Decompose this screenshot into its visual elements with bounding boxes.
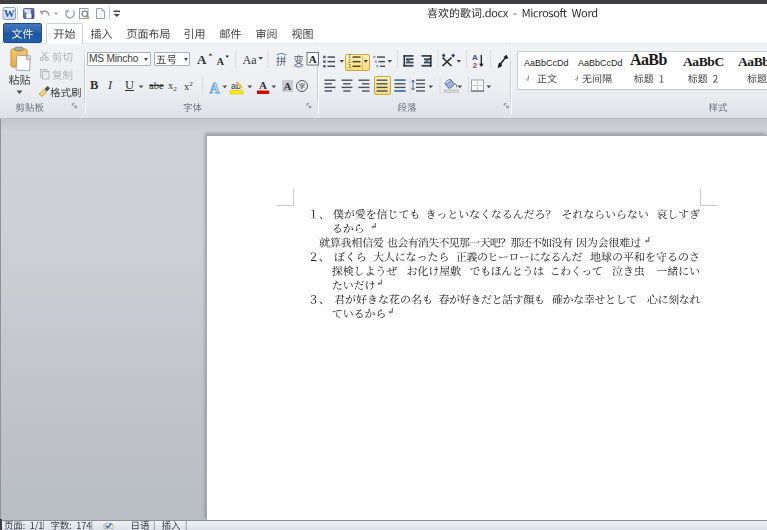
- svg-text:A: A: [259, 79, 267, 91]
- svg-text:W: W: [4, 7, 15, 19]
- svg-text:A: A: [284, 80, 292, 92]
- svg-text:2: 2: [473, 61, 478, 70]
- svg-text:3: 3: [348, 64, 351, 69]
- svg-text:A: A: [309, 53, 317, 65]
- svg-text:A: A: [209, 81, 220, 96]
